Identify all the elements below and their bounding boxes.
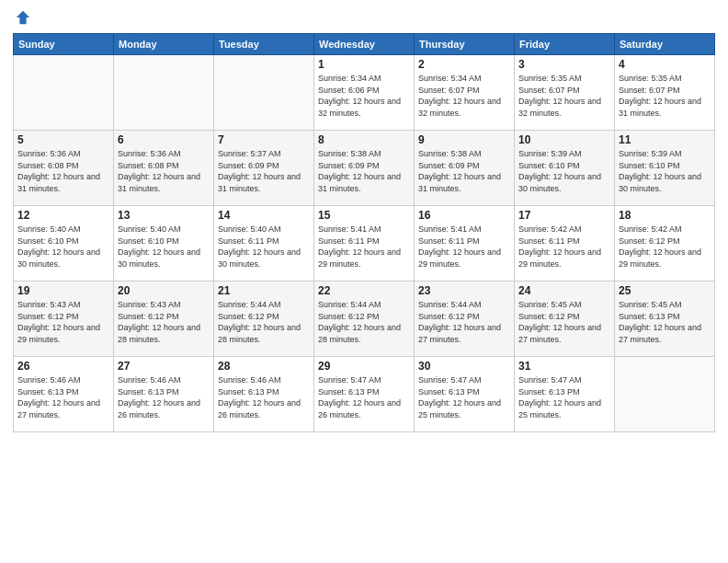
day-number: 29 [318, 360, 410, 373]
calendar-cell: 18Sunrise: 5:42 AMSunset: 6:12 PMDayligh… [615, 206, 715, 282]
weekday-header-tuesday: Tuesday [214, 34, 314, 55]
day-number: 3 [518, 58, 610, 71]
day-number: 21 [218, 284, 310, 297]
day-info: Sunrise: 5:44 AMSunset: 6:12 PMDaylight:… [318, 299, 410, 345]
weekday-header-saturday: Saturday [615, 34, 715, 55]
calendar-cell: 20Sunrise: 5:43 AMSunset: 6:12 PMDayligh… [114, 282, 214, 357]
day-number: 14 [218, 209, 310, 222]
day-number: 20 [118, 284, 210, 297]
calendar-week-4: 19Sunrise: 5:43 AMSunset: 6:12 PMDayligh… [14, 282, 715, 357]
calendar-cell: 16Sunrise: 5:41 AMSunset: 6:11 PMDayligh… [415, 206, 515, 282]
calendar-cell [615, 357, 715, 432]
weekday-header-sunday: Sunday [14, 34, 114, 55]
header [13, 9, 715, 26]
day-info: Sunrise: 5:34 AMSunset: 6:07 PMDaylight:… [418, 73, 510, 119]
calendar-cell: 26Sunrise: 5:46 AMSunset: 6:13 PMDayligh… [14, 357, 114, 432]
calendar-cell: 9Sunrise: 5:38 AMSunset: 6:09 PMDaylight… [415, 131, 515, 206]
calendar-cell: 14Sunrise: 5:40 AMSunset: 6:11 PMDayligh… [214, 206, 314, 282]
calendar-cell [214, 55, 314, 131]
calendar-cell: 21Sunrise: 5:44 AMSunset: 6:12 PMDayligh… [214, 282, 314, 357]
day-number: 12 [17, 209, 109, 222]
day-number: 15 [318, 209, 410, 222]
day-number: 23 [418, 284, 510, 297]
calendar-cell: 22Sunrise: 5:44 AMSunset: 6:12 PMDayligh… [314, 282, 415, 357]
calendar-cell: 2Sunrise: 5:34 AMSunset: 6:07 PMDaylight… [415, 55, 515, 131]
weekday-header-thursday: Thursday [415, 34, 515, 55]
day-info: Sunrise: 5:34 AMSunset: 6:06 PMDaylight:… [318, 73, 410, 119]
day-number: 4 [619, 58, 711, 71]
day-number: 18 [619, 209, 711, 222]
day-number: 13 [118, 209, 210, 222]
calendar-cell: 25Sunrise: 5:45 AMSunset: 6:13 PMDayligh… [615, 282, 715, 357]
day-info: Sunrise: 5:39 AMSunset: 6:10 PMDaylight:… [518, 148, 610, 194]
calendar-cell [14, 55, 114, 131]
calendar-cell: 24Sunrise: 5:45 AMSunset: 6:12 PMDayligh… [515, 282, 615, 357]
calendar-cell: 8Sunrise: 5:38 AMSunset: 6:09 PMDaylight… [314, 131, 415, 206]
calendar-week-1: 1Sunrise: 5:34 AMSunset: 6:06 PMDaylight… [14, 55, 715, 131]
day-number: 31 [518, 360, 610, 373]
calendar-cell: 3Sunrise: 5:35 AMSunset: 6:07 PMDaylight… [515, 55, 615, 131]
calendar-cell: 10Sunrise: 5:39 AMSunset: 6:10 PMDayligh… [515, 131, 615, 206]
day-number: 9 [418, 133, 510, 146]
calendar-week-3: 12Sunrise: 5:40 AMSunset: 6:10 PMDayligh… [14, 206, 715, 282]
calendar-cell [114, 55, 214, 131]
calendar-table: SundayMondayTuesdayWednesdayThursdayFrid… [13, 33, 715, 432]
day-info: Sunrise: 5:36 AMSunset: 6:08 PMDaylight:… [118, 148, 210, 194]
day-number: 5 [17, 133, 109, 146]
day-number: 28 [218, 360, 310, 373]
calendar-header: SundayMondayTuesdayWednesdayThursdayFrid… [14, 34, 715, 55]
day-info: Sunrise: 5:35 AMSunset: 6:07 PMDaylight:… [518, 73, 610, 119]
day-number: 30 [418, 360, 510, 373]
calendar-cell: 28Sunrise: 5:46 AMSunset: 6:13 PMDayligh… [214, 357, 314, 432]
day-number: 17 [518, 209, 610, 222]
calendar-cell: 19Sunrise: 5:43 AMSunset: 6:12 PMDayligh… [14, 282, 114, 357]
day-info: Sunrise: 5:45 AMSunset: 6:12 PMDaylight:… [518, 299, 610, 345]
day-info: Sunrise: 5:46 AMSunset: 6:13 PMDaylight:… [118, 374, 210, 420]
day-info: Sunrise: 5:35 AMSunset: 6:07 PMDaylight:… [619, 73, 711, 119]
calendar-cell: 15Sunrise: 5:41 AMSunset: 6:11 PMDayligh… [314, 206, 415, 282]
calendar-cell: 29Sunrise: 5:47 AMSunset: 6:13 PMDayligh… [314, 357, 415, 432]
calendar-week-2: 5Sunrise: 5:36 AMSunset: 6:08 PMDaylight… [14, 131, 715, 206]
day-info: Sunrise: 5:45 AMSunset: 6:13 PMDaylight:… [619, 299, 711, 345]
day-number: 2 [418, 58, 510, 71]
day-number: 11 [619, 133, 711, 146]
day-info: Sunrise: 5:36 AMSunset: 6:08 PMDaylight:… [17, 148, 109, 194]
day-number: 22 [318, 284, 410, 297]
weekday-header-friday: Friday [515, 34, 615, 55]
day-number: 19 [17, 284, 109, 297]
day-info: Sunrise: 5:47 AMSunset: 6:13 PMDaylight:… [518, 374, 610, 420]
calendar-cell: 1Sunrise: 5:34 AMSunset: 6:06 PMDaylight… [314, 55, 415, 131]
weekday-row: SundayMondayTuesdayWednesdayThursdayFrid… [14, 34, 715, 55]
day-info: Sunrise: 5:44 AMSunset: 6:12 PMDaylight:… [418, 299, 510, 345]
day-info: Sunrise: 5:40 AMSunset: 6:10 PMDaylight:… [17, 224, 109, 270]
day-number: 6 [118, 133, 210, 146]
day-info: Sunrise: 5:42 AMSunset: 6:11 PMDaylight:… [518, 224, 610, 270]
page: SundayMondayTuesdayWednesdayThursdayFrid… [0, 0, 728, 563]
day-info: Sunrise: 5:47 AMSunset: 6:13 PMDaylight:… [318, 374, 410, 420]
svg-marker-0 [17, 11, 29, 24]
day-number: 26 [17, 360, 109, 373]
calendar-cell: 30Sunrise: 5:47 AMSunset: 6:13 PMDayligh… [415, 357, 515, 432]
day-info: Sunrise: 5:40 AMSunset: 6:10 PMDaylight:… [118, 224, 210, 270]
calendar-cell: 4Sunrise: 5:35 AMSunset: 6:07 PMDaylight… [615, 55, 715, 131]
calendar-cell: 17Sunrise: 5:42 AMSunset: 6:11 PMDayligh… [515, 206, 615, 282]
day-number: 7 [218, 133, 310, 146]
day-info: Sunrise: 5:37 AMSunset: 6:09 PMDaylight:… [218, 148, 310, 194]
weekday-header-monday: Monday [114, 34, 214, 55]
calendar-cell: 13Sunrise: 5:40 AMSunset: 6:10 PMDayligh… [114, 206, 214, 282]
weekday-header-wednesday: Wednesday [314, 34, 415, 55]
day-info: Sunrise: 5:46 AMSunset: 6:13 PMDaylight:… [218, 374, 310, 420]
calendar-body: 1Sunrise: 5:34 AMSunset: 6:06 PMDaylight… [14, 55, 715, 432]
day-info: Sunrise: 5:40 AMSunset: 6:11 PMDaylight:… [218, 224, 310, 270]
day-number: 16 [418, 209, 510, 222]
day-number: 25 [619, 284, 711, 297]
calendar-cell: 27Sunrise: 5:46 AMSunset: 6:13 PMDayligh… [114, 357, 214, 432]
day-info: Sunrise: 5:41 AMSunset: 6:11 PMDaylight:… [318, 224, 410, 270]
day-info: Sunrise: 5:38 AMSunset: 6:09 PMDaylight:… [318, 148, 410, 194]
day-info: Sunrise: 5:47 AMSunset: 6:13 PMDaylight:… [418, 374, 510, 420]
calendar-cell: 6Sunrise: 5:36 AMSunset: 6:08 PMDaylight… [114, 131, 214, 206]
calendar-cell: 12Sunrise: 5:40 AMSunset: 6:10 PMDayligh… [14, 206, 114, 282]
day-info: Sunrise: 5:43 AMSunset: 6:12 PMDaylight:… [17, 299, 109, 345]
day-info: Sunrise: 5:46 AMSunset: 6:13 PMDaylight:… [17, 374, 109, 420]
calendar-cell: 31Sunrise: 5:47 AMSunset: 6:13 PMDayligh… [515, 357, 615, 432]
